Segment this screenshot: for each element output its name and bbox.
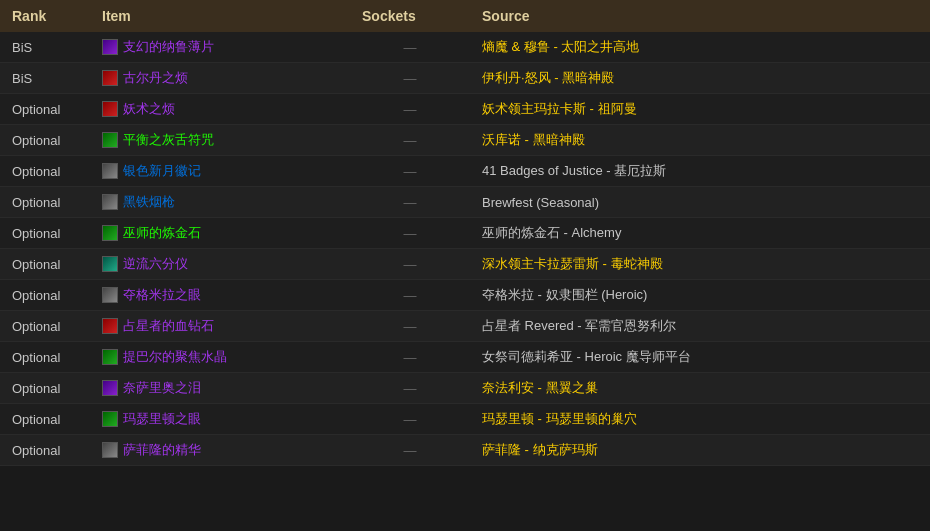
item-table: Rank Item Sockets Source BiS支幻的纳鲁薄片—熵魔 &… xyxy=(0,0,930,466)
item-header: Item xyxy=(90,0,350,32)
item-link[interactable]: 奈萨里奥之泪 xyxy=(102,379,338,397)
item-icon xyxy=(102,70,118,86)
sockets-cell: — xyxy=(350,156,470,187)
sockets-cell: — xyxy=(350,280,470,311)
sockets-header: Sockets xyxy=(350,0,470,32)
table-row: Optional奈萨里奥之泪—奈法利安 - 黑翼之巢 xyxy=(0,373,930,404)
source-cell: 深水领主卡拉瑟雷斯 - 毒蛇神殿 xyxy=(470,249,930,280)
sockets-cell: — xyxy=(350,311,470,342)
source-cell: 夺格米拉 - 奴隶围栏 (Heroic) xyxy=(470,280,930,311)
source-text: 奈法利安 - 黑翼之巢 xyxy=(482,380,598,395)
item-link[interactable]: 银色新月徽记 xyxy=(102,162,338,180)
rank-cell: Optional xyxy=(0,404,90,435)
source-header: Source xyxy=(470,0,930,32)
table-row: BiS古尔丹之烦—伊利丹·怒风 - 黑暗神殿 xyxy=(0,63,930,94)
item-name: 提巴尔的聚焦水晶 xyxy=(123,348,227,366)
item-link[interactable]: 黑铁烟枪 xyxy=(102,193,338,211)
item-cell: 奈萨里奥之泪 xyxy=(90,373,350,404)
table-row: Optional妖术之烦—妖术领主玛拉卡斯 - 祖阿曼 xyxy=(0,94,930,125)
table-row: Optional平衡之灰舌符咒—沃库诺 - 黑暗神殿 xyxy=(0,125,930,156)
source-cell: Brewfest (Seasonal) xyxy=(470,187,930,218)
item-cell: 占星者的血钻石 xyxy=(90,311,350,342)
item-link[interactable]: 提巴尔的聚焦水晶 xyxy=(102,348,338,366)
source-cell: 奈法利安 - 黑翼之巢 xyxy=(470,373,930,404)
item-link[interactable]: 支幻的纳鲁薄片 xyxy=(102,38,338,56)
rank-cell: Optional xyxy=(0,435,90,466)
item-name: 逆流六分仪 xyxy=(123,255,188,273)
rank-cell: Optional xyxy=(0,187,90,218)
table-row: Optional银色新月徽记—41 Badges of Justice - 基厄… xyxy=(0,156,930,187)
table-row: Optional逆流六分仪—深水领主卡拉瑟雷斯 - 毒蛇神殿 xyxy=(0,249,930,280)
item-icon xyxy=(102,39,118,55)
item-name: 平衡之灰舌符咒 xyxy=(123,131,214,149)
item-icon xyxy=(102,163,118,179)
source-text: 沃库诺 - 黑暗神殿 xyxy=(482,132,585,147)
rank-cell: Optional xyxy=(0,94,90,125)
rank-cell: Optional xyxy=(0,342,90,373)
item-name: 支幻的纳鲁薄片 xyxy=(123,38,214,56)
item-link[interactable]: 玛瑟里顿之眼 xyxy=(102,410,338,428)
item-link[interactable]: 平衡之灰舌符咒 xyxy=(102,131,338,149)
source-cell: 熵魔 & 穆鲁 - 太阳之井高地 xyxy=(470,32,930,63)
item-cell: 巫师的炼金石 xyxy=(90,218,350,249)
item-link[interactable]: 占星者的血钻石 xyxy=(102,317,338,335)
source-text: 41 Badges of Justice - 基厄拉斯 xyxy=(482,163,666,178)
source-cell: 萨菲隆 - 纳克萨玛斯 xyxy=(470,435,930,466)
item-link[interactable]: 萨菲隆的精华 xyxy=(102,441,338,459)
item-link[interactable]: 妖术之烦 xyxy=(102,100,338,118)
source-cell: 41 Badges of Justice - 基厄拉斯 xyxy=(470,156,930,187)
source-text: 妖术领主玛拉卡斯 - 祖阿曼 xyxy=(482,101,637,116)
source-text: 萨菲隆 - 纳克萨玛斯 xyxy=(482,442,598,457)
table-header-row: Rank Item Sockets Source xyxy=(0,0,930,32)
rank-cell: Optional xyxy=(0,249,90,280)
item-link[interactable]: 逆流六分仪 xyxy=(102,255,338,273)
item-icon xyxy=(102,101,118,117)
sockets-cell: — xyxy=(350,32,470,63)
table-row: Optional巫师的炼金石—巫师的炼金石 - Alchemy xyxy=(0,218,930,249)
item-name: 妖术之烦 xyxy=(123,100,175,118)
item-icon xyxy=(102,380,118,396)
rank-cell: Optional xyxy=(0,280,90,311)
item-icon xyxy=(102,442,118,458)
item-link[interactable]: 巫师的炼金石 xyxy=(102,224,338,242)
source-text: 巫师的炼金石 - Alchemy xyxy=(482,225,621,240)
item-cell: 提巴尔的聚焦水晶 xyxy=(90,342,350,373)
source-text: 熵魔 & 穆鲁 - 太阳之井高地 xyxy=(482,39,639,54)
table-row: Optional提巴尔的聚焦水晶—女祭司德莉希亚 - Heroic 魔导师平台 xyxy=(0,342,930,373)
item-name: 夺格米拉之眼 xyxy=(123,286,201,304)
source-text: 夺格米拉 - 奴隶围栏 (Heroic) xyxy=(482,287,647,302)
item-icon xyxy=(102,132,118,148)
source-cell: 玛瑟里顿 - 玛瑟里顿的巢穴 xyxy=(470,404,930,435)
source-text: 女祭司德莉希亚 - Heroic 魔导师平台 xyxy=(482,349,691,364)
item-name: 银色新月徽记 xyxy=(123,162,201,180)
item-name: 黑铁烟枪 xyxy=(123,193,175,211)
source-cell: 巫师的炼金石 - Alchemy xyxy=(470,218,930,249)
item-link[interactable]: 夺格米拉之眼 xyxy=(102,286,338,304)
sockets-cell: — xyxy=(350,125,470,156)
item-cell: 妖术之烦 xyxy=(90,94,350,125)
source-cell: 占星者 Revered - 军需官恩努利尔 xyxy=(470,311,930,342)
source-cell: 妖术领主玛拉卡斯 - 祖阿曼 xyxy=(470,94,930,125)
table-row: Optional占星者的血钻石—占星者 Revered - 军需官恩努利尔 xyxy=(0,311,930,342)
sockets-cell: — xyxy=(350,218,470,249)
source-cell: 女祭司德莉希亚 - Heroic 魔导师平台 xyxy=(470,342,930,373)
table-row: Optional萨菲隆的精华—萨菲隆 - 纳克萨玛斯 xyxy=(0,435,930,466)
item-name: 萨菲隆的精华 xyxy=(123,441,201,459)
rank-cell: Optional xyxy=(0,373,90,404)
sockets-cell: — xyxy=(350,94,470,125)
source-text: 占星者 Revered - 军需官恩努利尔 xyxy=(482,318,676,333)
rank-cell: BiS xyxy=(0,63,90,94)
table-row: Optional黑铁烟枪—Brewfest (Seasonal) xyxy=(0,187,930,218)
item-icon xyxy=(102,411,118,427)
item-icon xyxy=(102,194,118,210)
rank-cell: BiS xyxy=(0,32,90,63)
item-name: 玛瑟里顿之眼 xyxy=(123,410,201,428)
item-link[interactable]: 古尔丹之烦 xyxy=(102,69,338,87)
sockets-cell: — xyxy=(350,404,470,435)
table-row: BiS支幻的纳鲁薄片—熵魔 & 穆鲁 - 太阳之井高地 xyxy=(0,32,930,63)
table-row: Optional夺格米拉之眼—夺格米拉 - 奴隶围栏 (Heroic) xyxy=(0,280,930,311)
item-name: 占星者的血钻石 xyxy=(123,317,214,335)
item-name: 古尔丹之烦 xyxy=(123,69,188,87)
item-cell: 银色新月徽记 xyxy=(90,156,350,187)
sockets-cell: — xyxy=(350,373,470,404)
